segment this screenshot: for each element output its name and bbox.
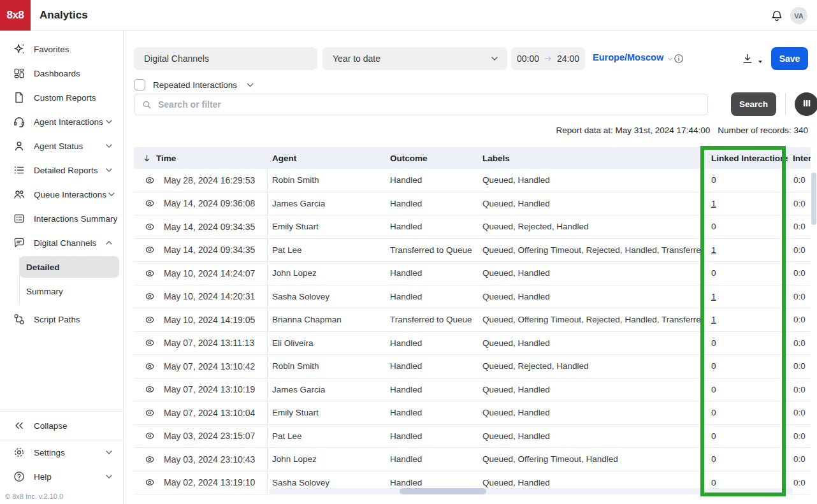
linked-interactions-cell: 0 <box>702 378 788 401</box>
eye-icon[interactable] <box>142 290 157 303</box>
chevron-down-icon <box>104 117 114 127</box>
columns-icon <box>800 97 813 112</box>
interaction-duration-cell: 0:0 <box>788 215 811 238</box>
labels-cell: Queued, Offering Timeout, Handled <box>478 448 702 471</box>
sidebar-item-queue-interactions[interactable]: Queue Interactions <box>0 182 123 206</box>
interaction-duration-cell: 0:0 <box>788 239 811 262</box>
eye-icon[interactable] <box>142 220 157 233</box>
eye-icon[interactable] <box>142 383 157 396</box>
main-content: Digital Channels Year to date 00:00 24:0… <box>124 31 817 504</box>
eye-icon[interactable] <box>142 336 157 349</box>
sort-descending-icon[interactable] <box>142 154 152 163</box>
linked-interactions-value: 0 <box>711 478 716 487</box>
eye-icon[interactable] <box>142 453 157 466</box>
sidebar-item-digital-channels[interactable]: Digital Channels <box>0 231 123 255</box>
collapse-button[interactable]: Collapse <box>0 412 123 440</box>
sidebar-item-label: Queue Interactions <box>34 190 106 199</box>
date-range-value: Year to date <box>333 54 380 64</box>
horizontal-scrollbar-track[interactable] <box>269 488 793 494</box>
settings-label: Settings <box>34 448 104 457</box>
sidebar-item-dashboards[interactable]: Dashboards <box>0 61 123 85</box>
eye-icon[interactable] <box>142 243 157 256</box>
time-cell: May 03, 2024 23:15:07 <box>134 425 268 448</box>
column-header-outcome[interactable]: Outcome <box>386 147 478 169</box>
column-header-time[interactable]: Time <box>134 147 268 169</box>
sidebar-item-help[interactable]: Help <box>0 464 123 489</box>
sidebar-item-custom-reports[interactable]: Custom Reports <box>0 85 123 110</box>
eye-icon[interactable] <box>142 360 157 373</box>
sidebar-item-label: Digital Channels <box>34 238 104 248</box>
agent-cell: Brianna Chapman <box>268 308 386 331</box>
eye-icon[interactable] <box>142 267 157 280</box>
sidebar-item-favorites[interactable]: Favorites <box>0 37 123 61</box>
column-header-interaction[interactable]: Inter <box>788 147 811 169</box>
sidebar-item-detailed-reports[interactable]: Detailed Reports <box>0 158 123 182</box>
sidebar-item-agent-status[interactable]: Agent Status <box>0 134 123 158</box>
sidebar-item-settings[interactable]: Settings <box>0 440 123 464</box>
linked-interactions-value: 0 <box>711 431 716 441</box>
column-header-agent[interactable]: Agent <box>268 147 386 169</box>
info-icon[interactable] <box>673 53 684 64</box>
column-header-labels[interactable]: Labels <box>478 147 702 169</box>
linked-interactions-link[interactable]: 1 <box>711 315 716 324</box>
outcome-cell: Handled <box>386 332 478 355</box>
column-header-linked-interactions[interactable]: Linked Interactions <box>702 147 788 169</box>
linked-interactions-value: 0 <box>711 454 716 464</box>
table-row: May 10, 2024 14:20:31Sasha SoloveyHandle… <box>134 285 811 309</box>
time-value: May 28, 2024 16:29:53 <box>164 175 255 185</box>
sidebar: FavoritesDashboardsCustom ReportsAgent I… <box>0 31 124 504</box>
linked-interactions-link[interactable]: 1 <box>711 199 716 208</box>
date-range-select[interactable]: Year to date <box>322 47 507 70</box>
time-range-field[interactable]: 00:00 24:00 <box>511 47 585 70</box>
save-button[interactable]: Save <box>771 47 808 70</box>
outcome-cell: Handled <box>386 448 478 471</box>
eye-icon[interactable] <box>142 429 157 442</box>
linked-interactions-link[interactable]: 1 <box>711 292 716 301</box>
timezone-value: Europe/Moscow <box>593 52 663 62</box>
outcome-cell: Transferred to Queue <box>386 308 478 331</box>
eye-icon[interactable] <box>142 197 157 210</box>
notifications-bell-icon[interactable] <box>770 9 784 23</box>
results-table: Time Agent Outcome Labels Linked Interac… <box>134 147 811 504</box>
eye-icon[interactable] <box>142 407 157 419</box>
eye-icon[interactable] <box>142 174 157 187</box>
chevron-down-icon[interactable] <box>245 80 256 90</box>
table-row: May 14, 2024 09:34:35Pat LeeTransferred … <box>134 239 811 263</box>
chat-bubble-icon <box>13 236 25 249</box>
time-value: May 10, 2024 14:24:07 <box>164 268 255 278</box>
eye-icon[interactable] <box>142 476 157 489</box>
interaction-duration-cell: 0:0 <box>788 378 811 401</box>
linked-interactions-cell: 1 <box>702 192 788 215</box>
timezone-select[interactable]: Europe/Moscow <box>593 52 674 62</box>
eye-icon[interactable] <box>142 313 157 326</box>
time-cell: May 07, 2024 13:10:42 <box>134 355 268 378</box>
time-end: 24:00 <box>557 54 579 64</box>
time-value: May 10, 2024 14:19:05 <box>164 315 255 325</box>
vertical-scrollbar-thumb[interactable] <box>811 173 816 225</box>
sidebar-item-interactions-summary[interactable]: Interactions Summary <box>0 206 123 231</box>
time-cell: May 02, 2024 13:19:10 <box>134 472 268 494</box>
download-icon[interactable] <box>741 52 754 65</box>
linked-interactions-link[interactable]: 1 <box>711 245 716 255</box>
collapse-label: Collapse <box>34 421 114 431</box>
interaction-duration-cell: 0:0 <box>788 401 811 424</box>
agent-cell: James Garcia <box>268 192 386 215</box>
horizontal-scrollbar-thumb[interactable] <box>400 488 486 494</box>
download-caret-icon[interactable] <box>757 56 763 62</box>
table-row: May 28, 2024 16:29:53Robin SmithHandledQ… <box>134 169 811 192</box>
labels-cell: Queued, Rejected, Handled <box>478 355 702 378</box>
sidebar-subitem-detailed[interactable]: Detailed <box>19 256 119 278</box>
sidebar-item-script-paths[interactable]: Script Paths <box>0 307 123 331</box>
repeated-interactions-checkbox[interactable] <box>134 79 145 90</box>
sidebar-subitem-summary[interactable]: Summary <box>19 280 119 302</box>
search-input[interactable] <box>158 99 707 110</box>
column-settings-button[interactable] <box>795 92 817 116</box>
agent-cell: Robin Smith <box>268 169 386 192</box>
column-label: Time <box>156 154 176 163</box>
search-button[interactable]: Search <box>731 92 776 116</box>
time-cell: May 10, 2024 14:20:31 <box>134 285 268 308</box>
chevron-down-icon <box>104 165 114 175</box>
user-avatar[interactable]: VA <box>790 7 807 24</box>
sidebar-item-agent-interactions[interactable]: Agent Interactions <box>0 110 123 134</box>
time-value: May 07, 2024 13:10:04 <box>164 408 255 418</box>
